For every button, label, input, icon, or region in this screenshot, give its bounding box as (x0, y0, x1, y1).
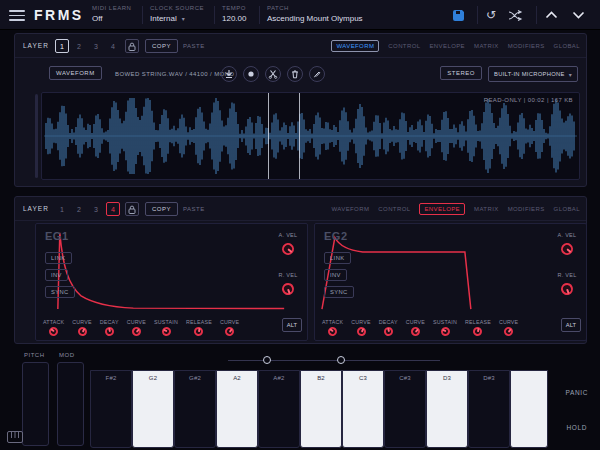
eg1-knob-attack-0[interactable] (47, 325, 60, 338)
piano-key-b2[interactable]: B2 (300, 370, 342, 448)
layer-bottom-tab-control[interactable]: CONTROL (378, 206, 410, 212)
layer-scrollbar[interactable] (35, 94, 38, 178)
eg1-knob-decay-2[interactable] (104, 326, 115, 337)
copy-button[interactable]: COPY (145, 202, 178, 216)
import-button[interactable] (221, 66, 237, 82)
layer-button-1[interactable]: 1 (55, 39, 69, 53)
waveform-display[interactable]: READ-ONLY | 00:02 | 167 KB (41, 92, 580, 180)
eg1-attack-velocity-knob[interactable] (280, 241, 297, 258)
layer-button-4[interactable]: 4 (106, 39, 120, 53)
eg2-knob-curve-6[interactable] (502, 325, 515, 338)
eg2-release-velocity-knob[interactable] (559, 281, 574, 296)
layer-bottom-tab-modifiers[interactable]: MODIFIERS (508, 206, 545, 212)
pitch-wheel[interactable] (22, 362, 49, 446)
layer-lock-button[interactable] (125, 39, 139, 53)
eg2-sync-button[interactable]: SYNC (324, 286, 354, 298)
eg2-param-curve: CURVE (499, 319, 518, 336)
menu-icon[interactable] (9, 10, 25, 21)
edit-button[interactable] (309, 66, 325, 82)
eg2-knob-curve-3[interactable] (409, 325, 422, 338)
eg1-knob-curve-1[interactable] (76, 326, 88, 338)
hold-button[interactable]: HOLD (567, 424, 587, 431)
piano-key-cs3[interactable]: C#3 (384, 370, 426, 448)
layer-bottom-tab-envelope[interactable]: ENVELOPE (419, 203, 465, 215)
eg2-knob-attack-0[interactable] (326, 325, 339, 338)
eg1-inv-button[interactable]: INV (45, 269, 68, 281)
eg1-sync-button[interactable]: SYNC (45, 286, 75, 298)
sample-meta-text: READ-ONLY | 00:02 | 167 KB (484, 97, 573, 103)
layer-button-2[interactable]: 2 (72, 39, 86, 53)
midi-learn-value[interactable]: Off (92, 14, 103, 23)
layer-button-4[interactable]: 4 (106, 202, 120, 216)
layer-button-2[interactable]: 2 (72, 202, 86, 216)
stereo-mode-button[interactable]: STEREO (440, 66, 482, 80)
eg2-alt-button[interactable]: ALT (561, 318, 581, 332)
eg1-alt-button[interactable]: ALT (282, 318, 302, 332)
layer-button-3[interactable]: 3 (89, 202, 103, 216)
keyboard-range-handle-left[interactable] (263, 356, 271, 364)
piano-key-fs2[interactable]: F#2 (90, 370, 132, 448)
eg2-inv-button[interactable]: INV (324, 269, 347, 281)
eg2-knob-sustain-4[interactable] (439, 326, 451, 338)
scissors-icon (268, 69, 278, 79)
randomize-button[interactable] (508, 0, 523, 30)
eg1-link-button[interactable]: LINK (45, 252, 72, 264)
piano-key-partial[interactable] (510, 370, 548, 448)
keyboard-toggle-button[interactable] (7, 429, 23, 447)
record-button[interactable] (243, 66, 259, 82)
piano-key-d3[interactable]: D3 (426, 370, 468, 448)
copy-button[interactable]: COPY (145, 39, 178, 53)
piano-key-as2[interactable]: A#2 (258, 370, 300, 448)
patch-selector[interactable]: Ascending Mount Olympus (267, 14, 363, 23)
eg2-attack-velocity-knob[interactable] (559, 241, 576, 258)
layer-button-1[interactable]: 1 (55, 202, 69, 216)
layer-top-tab-modifiers[interactable]: MODIFIERS (508, 43, 545, 49)
keyboard-range-track[interactable] (228, 360, 440, 361)
eg2-knob-release-5[interactable] (473, 326, 483, 336)
layer-top-tab-envelope[interactable]: ENVELOPE (429, 43, 465, 49)
loop-marker-start[interactable] (268, 93, 269, 179)
tempo-value[interactable]: 120.00 (222, 14, 246, 23)
keyboard-range-handle-right[interactable] (337, 356, 345, 364)
layer-lock-button[interactable] (125, 202, 139, 216)
eg1-knob-curve-6[interactable] (223, 325, 236, 338)
layer-bottom-tab-matrix[interactable]: MATRIX (474, 206, 499, 212)
piano-key-a2[interactable]: A2 (216, 370, 258, 448)
waveform-source-button[interactable]: WAVEFORM (49, 66, 102, 80)
delete-button[interactable] (287, 66, 303, 82)
eg1-release-velocity-knob[interactable] (280, 281, 295, 296)
paste-button[interactable]: PASTE (183, 43, 205, 49)
eg2-knob-curve-1[interactable] (355, 326, 367, 338)
save-button[interactable] (452, 0, 465, 30)
piano-key-g2[interactable]: G2 (132, 370, 174, 448)
layer-bottom-tab-global[interactable]: GLOBAL (554, 206, 580, 212)
layer-top-tab-waveform[interactable]: WAVEFORM (331, 40, 379, 52)
eg1-knob-sustain-4[interactable] (160, 326, 172, 338)
layer-bottom-tab-waveform[interactable]: WAVEFORM (331, 206, 369, 212)
clock-source-select[interactable]: Internal▾ (150, 14, 185, 23)
eg2-knob-decay-2[interactable] (383, 326, 394, 337)
layer-top-tab-global[interactable]: GLOBAL (554, 43, 580, 49)
piano-key-ds3[interactable]: D#3 (468, 370, 510, 448)
midi-learn-label: MIDI LEARN (92, 5, 131, 11)
panic-button[interactable]: PANIC (566, 389, 588, 396)
layer-top-tab-matrix[interactable]: MATRIX (474, 43, 499, 49)
layer-button-3[interactable]: 3 (89, 39, 103, 53)
eg1-knob-release-5[interactable] (194, 326, 204, 336)
patch-previous-button[interactable] (545, 0, 558, 30)
input-device-select[interactable]: BUILT-IN MICROPHONE▾ (488, 66, 578, 82)
eg2-param-curve: CURVE (406, 319, 425, 336)
piano-key-c3[interactable]: C3 (342, 370, 384, 448)
trim-button[interactable] (265, 66, 281, 82)
eg2-link-button[interactable]: LINK (324, 252, 351, 264)
eg1-param-label: ATTACK (43, 319, 64, 325)
loop-marker-end[interactable] (299, 93, 300, 179)
layer-top-tab-control[interactable]: CONTROL (388, 43, 420, 49)
eg1-knob-curve-3[interactable] (130, 325, 143, 338)
paste-button[interactable]: PASTE (183, 206, 205, 212)
piano-key-gs2[interactable]: G#2 (174, 370, 216, 448)
patch-next-button[interactable] (572, 0, 585, 30)
undo-button[interactable]: ↺ (486, 0, 496, 30)
keyboard-icon (7, 431, 23, 443)
mod-wheel[interactable] (57, 362, 84, 446)
